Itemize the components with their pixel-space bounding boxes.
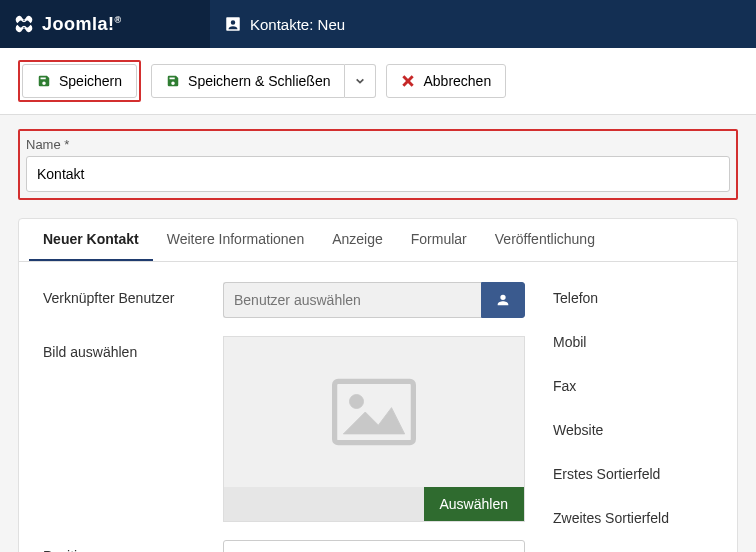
side-sort1: Erstes Sortierfeld — [553, 458, 713, 490]
image-toolbar: Auswählen — [224, 487, 524, 521]
image-placeholder-icon — [329, 377, 419, 447]
left-column: Verknüpfter Benutzer Bild auswählen — [43, 282, 525, 552]
content-panel: Neuer Kontakt Weitere Informationen Anze… — [18, 218, 738, 552]
side-mobil: Mobil — [553, 326, 713, 358]
select-user-button[interactable] — [481, 282, 525, 318]
row-image: Bild auswählen Auswählen — [43, 336, 525, 522]
position-input[interactable] — [223, 540, 525, 552]
side-sort3: Drittes Sortierfeld — [553, 546, 713, 552]
name-input[interactable] — [26, 156, 730, 192]
right-column: Telefon Mobil Fax Website Erstes Sortier… — [553, 282, 713, 552]
save-icon — [37, 74, 51, 88]
image-select-button[interactable]: Auswählen — [424, 487, 525, 521]
position-label: Position — [43, 540, 223, 552]
side-telefon: Telefon — [553, 282, 713, 314]
name-label: Name * — [26, 137, 730, 152]
save-close-group: Speichern & Schließen — [151, 64, 376, 98]
save-button[interactable]: Speichern — [22, 64, 137, 98]
name-field-highlight: Name * — [18, 129, 738, 200]
save-icon — [166, 74, 180, 88]
side-website: Website — [553, 414, 713, 446]
brand[interactable]: Joomla!® — [0, 0, 210, 48]
row-position: Position — [43, 540, 525, 552]
side-sort2: Zweites Sortierfeld — [553, 502, 713, 534]
tab-display[interactable]: Anzeige — [318, 219, 397, 261]
tab-publishing[interactable]: Veröffentlichung — [481, 219, 609, 261]
linked-user-picker — [223, 282, 525, 318]
linked-user-label: Verknüpfter Benutzer — [43, 282, 223, 306]
save-close-dropdown[interactable] — [345, 64, 376, 98]
linked-user-input[interactable] — [223, 282, 481, 318]
chevron-down-icon — [355, 76, 365, 86]
brand-text: Joomla!® — [42, 14, 122, 35]
image-box: Auswählen — [223, 336, 525, 522]
tab-form[interactable]: Formular — [397, 219, 481, 261]
side-fax: Fax — [553, 370, 713, 402]
top-bar: Joomla!® Kontakte: Neu — [0, 0, 756, 48]
image-placeholder — [224, 337, 524, 487]
tab-new-contact[interactable]: Neuer Kontakt — [29, 219, 153, 261]
joomla-logo-icon — [14, 14, 34, 34]
toolbar: Speichern Speichern & Schließen Abbreche… — [0, 48, 756, 115]
form-pane: Verknüpfter Benutzer Bild auswählen — [19, 262, 737, 552]
save-close-button[interactable]: Speichern & Schließen — [151, 64, 345, 98]
highlight-save: Speichern — [18, 60, 141, 102]
page-title: Kontakte: Neu — [210, 15, 359, 33]
cancel-button[interactable]: Abbrechen — [386, 64, 506, 98]
tabs: Neuer Kontakt Weitere Informationen Anze… — [19, 219, 737, 262]
svg-point-1 — [350, 395, 364, 409]
tab-more-info[interactable]: Weitere Informationen — [153, 219, 318, 261]
row-linked-user: Verknüpfter Benutzer — [43, 282, 525, 318]
user-icon — [495, 292, 511, 308]
close-icon — [401, 74, 415, 88]
contact-icon — [224, 15, 242, 33]
image-label: Bild auswählen — [43, 336, 223, 360]
